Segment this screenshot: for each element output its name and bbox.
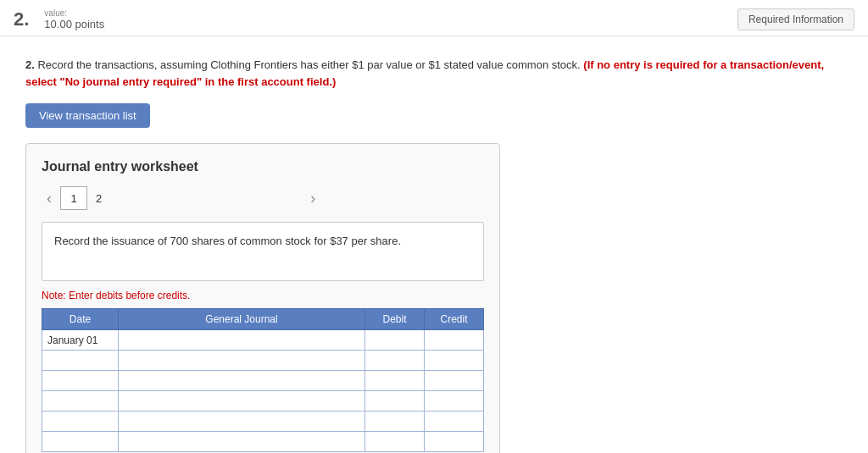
credit-cell-2[interactable]	[425, 351, 484, 371]
pagination: ‹ 1 2 ›	[42, 186, 484, 210]
credit-input-6[interactable]	[425, 432, 483, 451]
date-cell-4	[42, 391, 119, 412]
date-cell-2	[42, 351, 119, 371]
col-credit-header: Credit	[425, 309, 484, 330]
table-row	[42, 412, 484, 432]
credit-input-5[interactable]	[425, 412, 483, 431]
table-row	[42, 351, 484, 371]
debit-cell-5[interactable]	[365, 412, 425, 432]
journal-input-1[interactable]	[119, 330, 364, 350]
journal-input-2[interactable]	[119, 351, 364, 370]
col-debit-header: Debit	[365, 309, 425, 330]
question-text-before: Record the transactions, assuming Clothi…	[37, 58, 583, 71]
date-cell-3	[42, 371, 119, 391]
col-date-header: Date	[42, 309, 119, 330]
debit-cell-6[interactable]	[365, 432, 425, 452]
col-journal-header: General Journal	[119, 309, 365, 330]
description-box: Record the issuance of 700 shares of com…	[42, 222, 484, 281]
table-row	[42, 371, 484, 391]
total-pages: 2	[91, 192, 107, 205]
credit-cell-6[interactable]	[425, 432, 484, 452]
journal-cell-2[interactable]	[119, 351, 365, 371]
journal-input-3[interactable]	[119, 371, 364, 390]
credit-input-2[interactable]	[425, 351, 483, 370]
required-info-button[interactable]: Required Information	[737, 8, 854, 30]
journal-cell-1[interactable]	[119, 330, 365, 351]
question-number-inline: 2.	[25, 58, 35, 71]
credit-input-1[interactable]	[425, 330, 483, 350]
table-row	[42, 391, 484, 412]
value-label: value:	[44, 8, 104, 18]
credit-cell-1[interactable]	[425, 330, 484, 351]
journal-table: Date General Journal Debit Credit Januar…	[42, 308, 484, 452]
debit-input-5[interactable]	[365, 412, 424, 431]
debit-input-3[interactable]	[365, 371, 424, 390]
table-body: January 01	[42, 330, 484, 452]
credit-cell-5[interactable]	[425, 412, 484, 432]
journal-input-6[interactable]	[119, 432, 364, 451]
date-cell-5	[42, 412, 119, 432]
debit-input-1[interactable]	[365, 330, 424, 350]
journal-input-5[interactable]	[119, 412, 364, 431]
journal-cell-6[interactable]	[119, 432, 365, 452]
header-row: Date General Journal Debit Credit	[42, 309, 484, 330]
debit-input-4[interactable]	[365, 391, 424, 411]
note-text: Note: Enter debits before credits.	[42, 290, 484, 301]
debit-input-6[interactable]	[365, 432, 424, 451]
main-content: 2. Record the transactions, assuming Clo…	[0, 36, 868, 453]
question-text: 2. Record the transactions, assuming Clo…	[25, 57, 843, 90]
view-transaction-button[interactable]: View transaction list	[25, 103, 150, 128]
points: 10.00 points	[44, 18, 104, 30]
table-row	[42, 432, 484, 452]
question-number: 2.	[14, 8, 29, 30]
journal-cell-4[interactable]	[119, 391, 365, 412]
debit-cell-1[interactable]	[365, 330, 425, 351]
debit-cell-2[interactable]	[365, 351, 425, 371]
journal-cell-3[interactable]	[119, 371, 365, 391]
top-bar: 2. value: 10.00 points Required Informat…	[0, 0, 868, 36]
credit-input-3[interactable]	[425, 371, 483, 390]
credit-input-4[interactable]	[425, 391, 483, 411]
next-page-button[interactable]: ›	[305, 188, 320, 209]
worksheet-title: Journal entry worksheet	[42, 159, 484, 174]
points-container: value: 10.00 points	[44, 8, 104, 30]
date-cell-6	[42, 432, 119, 452]
table-header: Date General Journal Debit Credit	[42, 309, 484, 330]
date-cell-1: January 01	[42, 330, 119, 351]
debit-cell-3[interactable]	[365, 371, 425, 391]
worksheet-container: Journal entry worksheet ‹ 1 2 › Record t…	[25, 143, 500, 453]
credit-cell-4[interactable]	[425, 391, 484, 412]
debit-input-2[interactable]	[365, 351, 424, 370]
credit-cell-3[interactable]	[425, 371, 484, 391]
journal-input-4[interactable]	[119, 391, 364, 411]
journal-cell-5[interactable]	[119, 412, 365, 432]
current-page: 1	[60, 186, 87, 210]
table-row: January 01	[42, 330, 484, 351]
prev-page-button[interactable]: ‹	[42, 188, 57, 209]
debit-cell-4[interactable]	[365, 391, 425, 412]
question-meta: 2. value: 10.00 points	[14, 8, 104, 30]
